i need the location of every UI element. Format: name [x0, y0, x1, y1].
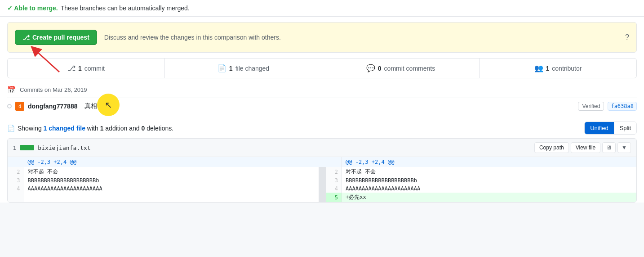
right-line-num-3: 3: [326, 176, 342, 185]
commits-date-label: Commits on Mar 26, 2019: [20, 86, 87, 93]
right-line-num-2: 2: [326, 167, 342, 176]
avatar: d: [15, 102, 24, 111]
diff-split-table: @@ -2,3 +2,4 @@ @@ -2,3 +2,4 @@ 2 对不起 不会…: [8, 157, 636, 202]
commit-sha[interactable]: fa638a8: [608, 102, 637, 111]
changed-file-link[interactable]: 1 changed file: [44, 125, 85, 132]
split-view-button[interactable]: Split: [614, 122, 636, 134]
pr-button-icon: ⎇: [22, 34, 30, 41]
diff-divider: [319, 193, 326, 202]
left-line-content-5: [24, 193, 319, 202]
left-line-num-4: 4: [8, 185, 24, 193]
file-icon: 📄: [218, 64, 227, 72]
pr-button-label: Create pull request: [32, 34, 89, 41]
contributors-count: 1: [546, 65, 550, 72]
contributors-icon: 👥: [534, 64, 543, 72]
stat-comments[interactable]: 💬 0 commit comments: [322, 59, 480, 78]
expand-button[interactable]: ▼: [617, 142, 631, 153]
comments-label: commit comments: [384, 65, 435, 72]
showing-prefix: Showing: [18, 125, 42, 132]
create-pr-section: ⎇ Create pull request Discuss and review…: [7, 22, 637, 53]
hunk-right-num: [326, 157, 342, 167]
table-row: 5 +必先xx: [8, 193, 636, 202]
left-line-content-2: 对不起 不会: [24, 167, 319, 176]
file-name: bixiejianfa.txt: [38, 144, 90, 151]
hunk-right-content: @@ -2,3 +2,4 @@: [342, 157, 637, 167]
right-line-num-5: 5: [326, 193, 342, 202]
file-diff-header: 1 bixiejianfa.txt Copy path View file 🖥 …: [8, 139, 636, 157]
diff-divider: [319, 157, 326, 167]
and-text: and: [129, 125, 139, 132]
commits-label: commit: [84, 65, 105, 72]
file-color-indicator: [20, 145, 34, 150]
deletion-count: 0: [142, 125, 145, 132]
with-text: with: [87, 125, 98, 132]
commits-section: 📅 Commits on Mar 26, 2019 d dongfang7778…: [7, 86, 637, 114]
file-diff-box: 1 bixiejianfa.txt Copy path View file 🖥 …: [7, 138, 637, 203]
showing-row: 📄 Showing 1 changed file with 1 addition…: [7, 122, 637, 135]
page-wrapper: ✓ Able to merge. These branches can be a…: [0, 0, 644, 203]
right-line-content-5-added: +必先xx: [342, 193, 637, 202]
comments-count: 0: [378, 65, 382, 72]
merge-banner: ✓ Able to merge. These branches can be a…: [0, 0, 644, 17]
cursor-overlay: ↖: [97, 94, 120, 116]
commit-row: d dongfang777888 真相 ↖ Verified fa638a8: [7, 98, 637, 114]
hunk-left-num: [8, 157, 24, 167]
commits-count: 1: [78, 65, 82, 72]
view-toggle: Unified Split: [584, 122, 637, 135]
diff-divider: [319, 176, 326, 185]
merge-description: These branches can be automatically merg…: [61, 5, 190, 12]
stat-files[interactable]: 📄 1 file changed: [165, 59, 322, 78]
file-doc-icon: 📄: [7, 125, 15, 132]
calendar-icon: 📅: [7, 86, 16, 94]
table-row: 2 对不起 不会 2 对不起 不会: [8, 167, 636, 176]
diff-section: 📄 Showing 1 changed file with 1 addition…: [7, 122, 637, 203]
left-line-num-3: 3: [8, 176, 24, 185]
pr-description: Discuss and review the changes in this c…: [104, 34, 281, 41]
file-diff-actions: Copy path View file 🖥 ▼: [534, 142, 631, 153]
unified-view-button[interactable]: Unified: [585, 122, 614, 134]
left-line-num-5: [8, 193, 24, 202]
view-file-button[interactable]: View file: [571, 142, 600, 153]
right-line-content-2: 对不起 不会: [342, 167, 637, 176]
stats-bar: ⎇ 1 commit 📄 1 file changed 💬 0 commit c…: [7, 58, 637, 78]
commits-date-header: 📅 Commits on Mar 26, 2019: [7, 86, 637, 94]
files-count: 1: [229, 65, 233, 72]
commit-author[interactable]: dongfang777888: [28, 103, 77, 110]
contributors-label: contributor: [552, 65, 582, 72]
cursor-arrow-icon: ↖: [105, 99, 112, 110]
diff-divider: [319, 167, 326, 176]
hunk-header-row: @@ -2,3 +2,4 @@ @@ -2,3 +2,4 @@: [8, 157, 636, 167]
addition-label: addition: [105, 125, 127, 132]
deletion-label: deletions.: [147, 125, 173, 132]
display-mode-button[interactable]: 🖥: [602, 142, 616, 153]
right-line-num-4: 4: [326, 185, 342, 193]
verified-badge: Verified: [578, 102, 604, 111]
merge-check-text: ✓ Able to merge.: [7, 5, 58, 12]
stat-contributors[interactable]: 👥 1 contributor: [480, 59, 636, 78]
copy-path-button[interactable]: Copy path: [534, 142, 569, 153]
diff-divider: [319, 185, 326, 193]
hunk-left-content: @@ -2,3 +2,4 @@: [24, 157, 319, 167]
commit-message: 真相: [84, 102, 97, 110]
help-icon[interactable]: ?: [625, 33, 629, 41]
table-row: 3 BBBBBBBBBBBBBBBBBBBBBb 3 BBBBBBBBBBBBB…: [8, 176, 636, 185]
left-line-num-2: 2: [8, 167, 24, 176]
stat-commits[interactable]: ⎇ 1 commit: [8, 59, 165, 78]
left-line-content-3: BBBBBBBBBBBBBBBBBBBBBb: [24, 176, 319, 185]
file-number: 1: [13, 144, 16, 151]
svg-text:d: d: [18, 104, 21, 109]
files-label: file changed: [235, 65, 270, 72]
create-pull-request-button[interactable]: ⎇ Create pull request: [15, 30, 97, 45]
commit-dot-icon: [7, 104, 12, 108]
commits-icon: ⎇: [67, 64, 76, 72]
addition-count: 1: [100, 125, 104, 132]
comments-icon: 💬: [366, 64, 375, 72]
right-line-content-3: BBBBBBBBBBBBBBBBBBBBBb: [342, 176, 637, 185]
table-row: 4 AAAAAAAAAAAAAAAAAAAAAAA 4 AAAAAAAAAAAA…: [8, 185, 636, 193]
left-line-content-4: AAAAAAAAAAAAAAAAAAAAAAA: [24, 185, 319, 193]
right-line-content-4: AAAAAAAAAAAAAAAAAAAAAAA: [342, 185, 637, 193]
